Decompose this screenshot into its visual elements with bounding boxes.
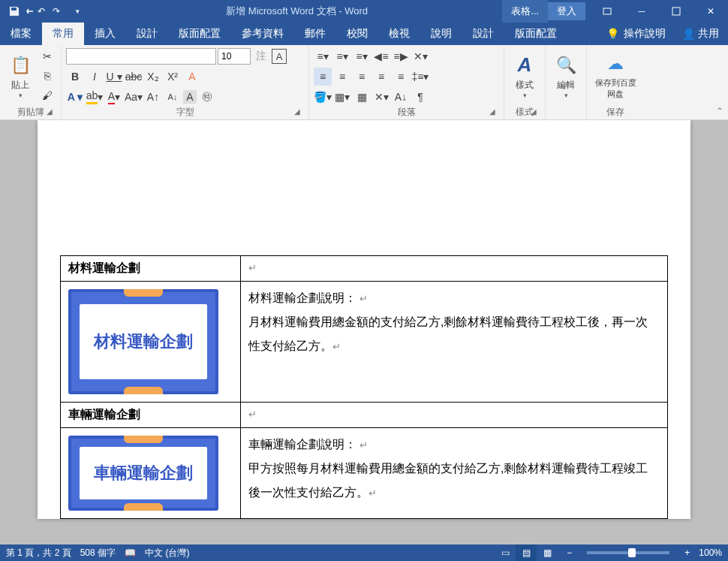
print-layout-icon[interactable]: ▤ <box>516 544 537 561</box>
font-launcher-icon[interactable]: ◢ <box>292 107 302 118</box>
font-family-select[interactable] <box>66 48 216 65</box>
cell-title-1[interactable]: 材料運輸企劃 <box>61 256 241 282</box>
language-indicator[interactable]: 中文 (台灣) <box>145 547 189 559</box>
show-marks-icon[interactable]: ¶ <box>411 88 429 106</box>
line-spacing-icon[interactable]: ‡≡▾ <box>411 68 429 86</box>
align-left-icon[interactable]: ≡ <box>314 68 332 86</box>
zoom-slider[interactable] <box>587 551 669 554</box>
tab-home[interactable]: 常用 <box>42 23 84 45</box>
font-color-icon[interactable]: A▾ <box>105 88 123 106</box>
read-mode-icon[interactable]: ▭ <box>495 544 516 561</box>
table-row: 材料運輸企劃 ↵ <box>61 256 668 282</box>
styles-launcher-icon[interactable]: ◢ <box>528 107 539 118</box>
copy-icon[interactable]: ⎘ <box>38 67 56 85</box>
align-right-icon[interactable]: ≡ <box>353 68 371 86</box>
share-label: 共用 <box>698 27 719 41</box>
bold-icon[interactable]: B <box>66 68 84 86</box>
login-button[interactable]: 登入 <box>548 2 585 20</box>
borders-icon[interactable]: ▦▾ <box>333 88 351 106</box>
document-area[interactable]: 材料運輸企劃 ↵ 材料運輸企劃 材料運輸企劃說明： ↵ 月材料運輸費用總金額的支… <box>0 120 728 544</box>
tab-table-layout[interactable]: 版面配置 <box>504 23 567 45</box>
asian-layout-icon[interactable]: ✕▾ <box>411 47 429 65</box>
format-painter-icon[interactable]: 🖌 <box>38 86 56 104</box>
superscript-icon[interactable]: X² <box>164 68 182 86</box>
distribute-icon[interactable]: ≡ <box>392 68 410 86</box>
shading-icon[interactable]: 🪣▾ <box>314 88 332 106</box>
undo-icon[interactable]: ↶ <box>26 2 45 21</box>
increase-indent-icon[interactable]: ≡▶ <box>392 47 410 65</box>
cut-icon[interactable]: ✂ <box>38 47 56 65</box>
grow-font-icon[interactable]: A↑ <box>144 88 162 106</box>
shrink-font-icon[interactable]: A↓ <box>164 88 182 106</box>
subscript-icon[interactable]: X₂ <box>144 68 162 86</box>
cell-image-1[interactable]: 材料運輸企劃 <box>61 282 241 403</box>
bullets-icon[interactable]: ≡▾ <box>314 47 332 65</box>
cell-image-2[interactable]: 車輛運輸企劃 <box>61 428 241 519</box>
tab-design[interactable]: 設計 <box>126 23 168 45</box>
underline-icon[interactable]: U ▾ <box>105 68 123 86</box>
numbering-icon[interactable]: ≡▾ <box>333 47 351 65</box>
multilevel-icon[interactable]: ≡▾ <box>353 47 371 65</box>
ribbon-display-icon[interactable] <box>590 0 624 23</box>
image-placeholder[interactable]: 材料運輸企劃 <box>68 289 218 394</box>
cell-desc-2[interactable]: 車輛運輸企劃說明： ↵ 甲方按照每月材料運輸費用總金額的支付給乙方,剩餘材料運輸… <box>241 428 668 519</box>
text-effects-icon[interactable]: A ▾ <box>66 88 84 106</box>
minimize-icon[interactable]: ─ <box>624 0 659 23</box>
decrease-indent-icon[interactable]: ◀≡ <box>372 47 390 65</box>
editing-button[interactable]: 🔍 編輯 ▾ <box>550 47 582 104</box>
highlight-icon[interactable]: ab▾ <box>86 88 104 106</box>
paragraph-launcher-icon[interactable]: ◢ <box>487 107 498 118</box>
cell-title-2[interactable]: 車輛運輸企劃 <box>61 403 241 428</box>
page-indicator[interactable]: 第 1 頁，共 2 頁 <box>6 547 71 559</box>
image-placeholder[interactable]: 車輛運輸企劃 <box>68 436 218 511</box>
tab-table-design[interactable]: 設計 <box>462 23 504 45</box>
italic-icon[interactable]: I <box>86 68 104 86</box>
font-size-select[interactable] <box>218 48 251 65</box>
word-count[interactable]: 508 個字 <box>80 547 116 559</box>
tab-review[interactable]: 校閱 <box>336 23 378 45</box>
share-button[interactable]: 👤共用 <box>673 27 728 41</box>
tab-file[interactable]: 檔案 <box>0 23 42 45</box>
quick-access-toolbar: ↶ ↷ ▾ <box>0 2 92 21</box>
change-case-icon[interactable]: Aa▾ <box>125 88 143 106</box>
align-center-icon[interactable]: ≡ <box>333 68 351 86</box>
zoom-in-icon[interactable]: + <box>684 547 690 558</box>
justify-icon[interactable]: ≡ <box>372 68 390 86</box>
web-layout-icon[interactable]: ▦ <box>537 544 558 561</box>
save-icon[interactable] <box>5 2 24 21</box>
paste-label: 貼上 <box>11 79 29 92</box>
phonetic-guide-icon[interactable]: 注 <box>252 47 270 65</box>
char-scaling-icon[interactable]: ✕▾ <box>372 88 390 106</box>
sort-icon[interactable]: A↓ <box>392 88 410 106</box>
styles-btn-label: 樣式 <box>516 79 534 92</box>
char-border-icon[interactable]: A <box>272 49 287 64</box>
collapse-ribbon-icon[interactable]: ⌃ <box>716 106 723 116</box>
redo-icon[interactable]: ↷ <box>47 2 66 21</box>
tab-references[interactable]: 參考資料 <box>231 23 294 45</box>
cell-empty-1[interactable]: ↵ <box>241 256 668 282</box>
styles-button[interactable]: A 樣式 ▾ <box>509 47 540 104</box>
tab-mailings[interactable]: 郵件 <box>294 23 336 45</box>
zoom-out-icon[interactable]: − <box>567 547 572 558</box>
snap-grid-icon[interactable]: ▦ <box>353 88 371 106</box>
enclose-char-icon[interactable]: ㊕ <box>198 88 216 106</box>
cell-desc-1[interactable]: 材料運輸企劃說明： ↵ 月材料運輸費用總金額的支付給乙方,剩餘材料運輸費待工程校… <box>241 282 668 403</box>
tab-layout[interactable]: 版面配置 <box>168 23 231 45</box>
baidu-save-button[interactable]: ☁ 保存到百度网盘 <box>591 47 639 104</box>
char-shading-icon[interactable]: A <box>183 90 197 104</box>
desc-body-1: 月材料運輸費用總金額的支付給乙方,剩餘材料運輸費待工程校工後，再一次性支付給乙方… <box>248 315 648 352</box>
cell-empty-2[interactable]: ↵ <box>241 403 668 428</box>
strikethrough-icon[interactable]: abc <box>125 68 143 86</box>
maximize-icon[interactable] <box>659 0 693 23</box>
spell-check-icon[interactable]: 📖 <box>125 547 136 558</box>
paste-button[interactable]: 📋 貼上 ▾ <box>5 47 36 104</box>
tab-view[interactable]: 檢視 <box>378 23 420 45</box>
tab-help[interactable]: 說明 <box>420 23 462 45</box>
clear-format-icon[interactable]: A <box>183 68 201 86</box>
zoom-level[interactable]: 100% <box>699 547 722 558</box>
tab-insert[interactable]: 插入 <box>84 23 126 45</box>
close-icon[interactable]: ✕ <box>693 0 728 23</box>
clipboard-launcher-icon[interactable]: ◢ <box>44 107 55 118</box>
qat-dropdown-icon[interactable]: ▾ <box>68 2 87 21</box>
tell-me-button[interactable]: 💡操作說明 <box>599 27 673 41</box>
